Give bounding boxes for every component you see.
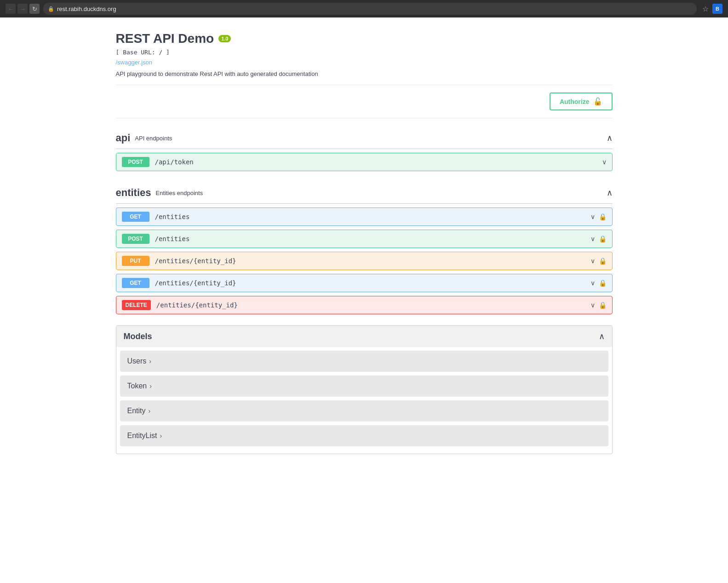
endpoint-get-entities[interactable]: GET /entities ∨ 🔒 — [116, 208, 613, 226]
model-item-users[interactable]: Users › — [120, 351, 608, 372]
api-section: api API endpoints ∧ POST /api/token ∨ — [116, 127, 613, 171]
model-name-entity: Entity — [127, 407, 146, 415]
browser-nav-controls: ← → ↻ — [6, 4, 40, 14]
method-badge-post: POST — [122, 234, 149, 244]
swagger-link[interactable]: /swagger.json — [116, 59, 153, 66]
models-title: Models — [124, 332, 152, 341]
method-badge-get: GET — [122, 212, 149, 222]
endpoint-right: ∨ 🔒 — [590, 301, 607, 309]
authorize-button[interactable]: Authorize 🔓 — [550, 92, 613, 110]
api-description: API playground to demonstrate Rest API w… — [116, 70, 613, 77]
base-url: [ Base URL: / ] — [116, 49, 613, 56]
endpoint-left: POST /api/token — [122, 157, 194, 167]
method-badge-delete: DELETE — [122, 300, 151, 310]
model-name-token: Token — [127, 382, 147, 390]
endpoint-chevron-icon: ∨ — [602, 158, 607, 166]
endpoint-lock-icon: 🔒 — [599, 279, 607, 287]
endpoint-path: /entities — [155, 213, 190, 220]
page-content: REST API Demo 1.0 [ Base URL: / ] /swagg… — [88, 17, 640, 468]
api-endpoints-list: POST /api/token ∨ — [116, 153, 613, 171]
endpoint-get-entity[interactable]: GET /entities/{entity_id} ∨ 🔒 — [116, 274, 613, 292]
endpoint-chevron-icon: ∨ — [590, 257, 595, 265]
endpoint-lock-icon: 🔒 — [599, 235, 607, 242]
api-section-chevron: ∧ — [607, 133, 613, 143]
bookmark-icon[interactable]: ☆ — [702, 5, 709, 13]
entities-section: entities Entities endpoints ∧ GET /entit… — [116, 182, 613, 314]
authorize-label: Authorize — [560, 98, 590, 105]
api-section-header[interactable]: api API endpoints ∧ — [116, 127, 613, 149]
endpoint-left: GET /entities — [122, 212, 190, 222]
endpoint-delete-entity[interactable]: DELETE /entities/{entity_id} ∨ 🔒 — [116, 296, 613, 314]
model-chevron-icon: › — [149, 407, 151, 415]
endpoint-path: /entities/{entity_id} — [155, 257, 236, 265]
forward-button[interactable]: → — [17, 4, 28, 14]
endpoint-put-entity[interactable]: PUT /entities/{entity_id} ∨ 🔒 — [116, 252, 613, 270]
endpoint-chevron-icon: ∨ — [590, 213, 595, 220]
endpoint-left: PUT /entities/{entity_id} — [122, 256, 236, 266]
model-item-token[interactable]: Token › — [120, 375, 608, 397]
endpoint-post-api-token[interactable]: POST /api/token ∨ — [116, 153, 613, 171]
entities-endpoints-list: GET /entities ∨ 🔒 POST /entities ∨ 🔒 — [116, 208, 613, 314]
api-section-title: api — [116, 132, 131, 144]
endpoint-right: ∨ 🔒 — [590, 235, 607, 242]
endpoint-path: /entities/{entity_id} — [155, 279, 236, 287]
endpoint-path: /api/token — [155, 158, 194, 166]
method-badge-post: POST — [122, 157, 149, 167]
model-item-entity[interactable]: Entity › — [120, 400, 608, 421]
model-chevron-icon: › — [160, 432, 162, 439]
browser-extension-icon[interactable]: B — [712, 4, 722, 14]
models-body: Users › Token › Entity › EntityList › — [116, 351, 612, 454]
models-header[interactable]: Models ∧ — [116, 326, 612, 347]
endpoint-chevron-icon: ∨ — [590, 279, 595, 287]
endpoint-post-entities[interactable]: POST /entities ∨ 🔒 — [116, 230, 613, 248]
address-bar[interactable]: 🔒 rest.rabih.duckdns.org — [43, 3, 697, 15]
reload-button[interactable]: ↻ — [29, 4, 40, 14]
model-chevron-icon: › — [149, 382, 152, 390]
entities-section-subtitle: Entities endpoints — [156, 190, 203, 196]
endpoint-left: GET /entities/{entity_id} — [122, 278, 236, 288]
method-badge-get: GET — [122, 278, 149, 288]
model-chevron-icon: › — [149, 358, 151, 365]
api-title-text: REST API Demo — [116, 31, 214, 46]
back-button[interactable]: ← — [6, 4, 16, 14]
entities-section-title-group: entities Entities endpoints — [116, 187, 203, 199]
endpoint-left: POST /entities — [122, 234, 190, 244]
endpoint-lock-icon: 🔒 — [599, 257, 607, 265]
model-name-entitylist: EntityList — [127, 432, 157, 440]
models-chevron-icon: ∧ — [599, 331, 605, 341]
entities-section-header[interactable]: entities Entities endpoints ∧ — [116, 182, 613, 204]
endpoint-chevron-icon: ∨ — [590, 235, 595, 242]
lock-icon: 🔒 — [48, 6, 54, 12]
models-section: Models ∧ Users › Token › Entity › Entity… — [116, 325, 613, 454]
authorize-lock-icon: 🔓 — [593, 97, 602, 106]
api-section-title-group: api API endpoints — [116, 132, 172, 144]
endpoint-lock-icon: 🔒 — [599, 301, 607, 309]
entities-section-chevron: ∧ — [607, 188, 613, 198]
browser-chrome: ← → ↻ 🔒 rest.rabih.duckdns.org ☆ B — [0, 0, 728, 17]
endpoint-right: ∨ 🔒 — [590, 213, 607, 220]
endpoint-chevron-icon: ∨ — [590, 301, 595, 309]
endpoint-right: ∨ 🔒 — [590, 279, 607, 287]
api-header: REST API Demo 1.0 [ Base URL: / ] /swagg… — [116, 31, 613, 77]
entities-section-title: entities — [116, 187, 151, 199]
endpoint-path: /entities/{entity_id} — [156, 301, 238, 309]
api-section-subtitle: API endpoints — [135, 135, 172, 142]
endpoint-lock-icon: 🔒 — [599, 213, 607, 220]
endpoint-right: ∨ 🔒 — [590, 257, 607, 265]
authorize-section: Authorize 🔓 — [116, 85, 613, 118]
url-text: rest.rabih.duckdns.org — [57, 6, 116, 12]
version-badge: 1.0 — [218, 35, 231, 42]
endpoint-path: /entities — [155, 235, 190, 242]
model-item-entitylist[interactable]: EntityList › — [120, 425, 608, 446]
endpoint-right: ∨ — [602, 158, 607, 166]
method-badge-put: PUT — [122, 256, 149, 266]
api-title-group: REST API Demo 1.0 — [116, 31, 613, 46]
endpoint-left: DELETE /entities/{entity_id} — [122, 300, 238, 310]
model-name-users: Users — [127, 357, 147, 365]
